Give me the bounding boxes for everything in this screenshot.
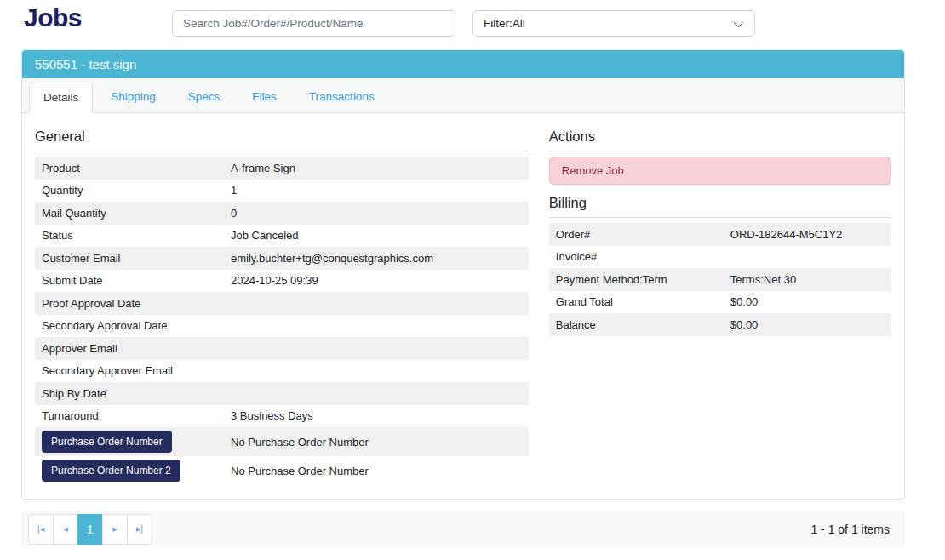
pager-buttons: |◂ ◂ 1 ▸ ▸| [28, 514, 152, 545]
job-detail-card: 550551 - test sign Details Shipping Spec… [21, 49, 905, 500]
table-row: Submit Date 2024-10-25 09:39 [35, 270, 529, 293]
pager: |◂ ◂ 1 ▸ ▸| 1 - 1 of 1 items [21, 511, 905, 547]
detail-value [224, 368, 529, 374]
first-page-icon: |◂ [37, 523, 44, 534]
table-row: Secondary Approver Email [35, 360, 529, 383]
previous-page-icon: ◂ [63, 523, 68, 534]
table-row: Payment Method:Term Terms:Net 30 [549, 268, 891, 291]
detail-value: No Purchase Order Number [224, 432, 529, 452]
billing-heading: Billing [549, 195, 891, 217]
detail-value: 0 [224, 203, 529, 223]
detail-label: Approver Email [35, 339, 224, 358]
previous-page-button[interactable]: ◂ [53, 514, 78, 545]
job-tabstrip: Details Shipping Specs Files Transaction… [22, 78, 904, 113]
last-page-button[interactable]: ▸| [127, 514, 152, 545]
first-page-button[interactable]: |◂ [28, 514, 54, 545]
tab-specs[interactable]: Specs [174, 82, 235, 112]
detail-value: 3 Business Days [224, 406, 529, 426]
tab-shipping[interactable]: Shipping [96, 82, 170, 112]
detail-value [224, 323, 529, 329]
table-row: Ship By Date [35, 382, 529, 405]
detail-value: $0.00 [724, 292, 891, 311]
detail-label: Quantity [35, 180, 224, 200]
table-row: Invoice# [549, 246, 891, 269]
detail-label: Submit Date [35, 271, 224, 290]
detail-value: ORD-182644-M5C1Y2 [724, 225, 891, 244]
actions-heading: Actions [549, 129, 891, 151]
detail-value: 1 [224, 180, 529, 200]
purchase-order-number-button[interactable]: Purchase Order Number [42, 431, 172, 453]
detail-label: Purchase Order Number [35, 427, 224, 456]
page-title: Jobs [24, 3, 82, 32]
table-row: Customer Email emily.buchter+tg@conquest… [35, 247, 529, 270]
detail-value [224, 390, 529, 397]
detail-value [224, 345, 529, 351]
tab-details[interactable]: Details [29, 83, 93, 113]
divider [35, 151, 529, 151]
table-row: Balance $0.00 [549, 313, 891, 336]
detail-value [724, 254, 891, 260]
detail-label: Secondary Approval Date [35, 316, 224, 335]
divider [549, 217, 891, 218]
billing-table: Order# ORD-182644-M5C1Y2 Invoice# Paymen… [549, 223, 891, 336]
detail-value: A-frame Sign [224, 158, 529, 178]
detail-label: Proof Approval Date [35, 294, 224, 313]
detail-label: Purchase Order Number 2 [35, 456, 224, 485]
table-row: Quantity 1 [35, 180, 529, 203]
actions-billing-section: Actions Remove Job Billing Order# ORD-18… [549, 129, 891, 485]
table-row: Purchase Order Number 2 No Purchase Orde… [35, 456, 529, 485]
chevron-down-icon [734, 17, 743, 26]
detail-value: $0.00 [724, 315, 891, 334]
billing-section: Billing Order# ORD-182644-M5C1Y2 Invoice… [549, 195, 891, 336]
detail-label: Ship By Date [35, 384, 224, 403]
detail-label: Payment Method:Term [549, 270, 724, 289]
job-card-title: 550551 - test sign [35, 57, 136, 71]
job-card-content: General Product A-frame Sign Quantity 1 … [22, 113, 904, 485]
detail-label: Balance [549, 315, 724, 334]
table-row: Order# ORD-182644-M5C1Y2 [549, 223, 891, 246]
table-row: Secondary Approval Date [35, 315, 529, 338]
detail-label: Grand Total [549, 292, 724, 311]
page-1-button[interactable]: 1 [77, 514, 103, 545]
detail-value: Job Canceled [224, 226, 529, 245]
table-row: Mail Quantity 0 [35, 202, 529, 225]
table-row: Status Job Canceled [35, 225, 529, 248]
table-row: Grand Total $0.00 [549, 291, 891, 314]
table-row: Product A-frame Sign [35, 157, 529, 180]
detail-label: Turnaround [35, 406, 224, 426]
pager-info: 1 - 1 of 1 items [810, 523, 890, 536]
table-row: Proof Approval Date [35, 292, 529, 315]
detail-label: Customer Email [35, 249, 224, 268]
table-row: Approver Email [35, 337, 529, 360]
divider [549, 151, 891, 151]
filter-value: Filter:All [484, 17, 525, 30]
tab-files[interactable]: Files [238, 82, 291, 112]
detail-label: Status [35, 226, 224, 245]
next-page-button[interactable]: ▸ [102, 514, 128, 545]
detail-label: Order# [549, 225, 724, 244]
table-row: Purchase Order Number No Purchase Order … [35, 427, 529, 456]
job-card-header: 550551 - test sign [22, 50, 904, 78]
detail-value [224, 300, 529, 306]
purchase-order-number-2-button[interactable]: Purchase Order Number 2 [42, 460, 180, 482]
filter-dropdown[interactable]: Filter:All [472, 10, 755, 37]
general-heading: General [35, 129, 529, 151]
search-input[interactable] [172, 10, 455, 37]
detail-value: emily.buchter+tg@conquestgraphics.com [224, 249, 529, 268]
next-page-icon: ▸ [112, 523, 117, 534]
last-page-icon: ▸| [136, 523, 143, 534]
detail-label: Product [35, 158, 224, 178]
tab-transactions[interactable]: Transactions [295, 82, 389, 112]
detail-value: Terms:Net 30 [724, 270, 891, 289]
general-section: General Product A-frame Sign Quantity 1 … [35, 129, 529, 485]
topbar: Jobs Filter:All [0, 0, 945, 49]
detail-value: 2024-10-25 09:39 [224, 271, 529, 290]
detail-label: Invoice# [549, 247, 724, 266]
detail-label: Secondary Approver Email [35, 361, 224, 380]
general-table: Product A-frame Sign Quantity 1 Mail Qua… [35, 157, 529, 485]
table-row: Turnaround 3 Business Days [35, 405, 529, 428]
remove-job-button[interactable]: Remove Job [549, 157, 891, 185]
detail-value: No Purchase Order Number [224, 461, 529, 481]
detail-label: Mail Quantity [35, 203, 224, 223]
